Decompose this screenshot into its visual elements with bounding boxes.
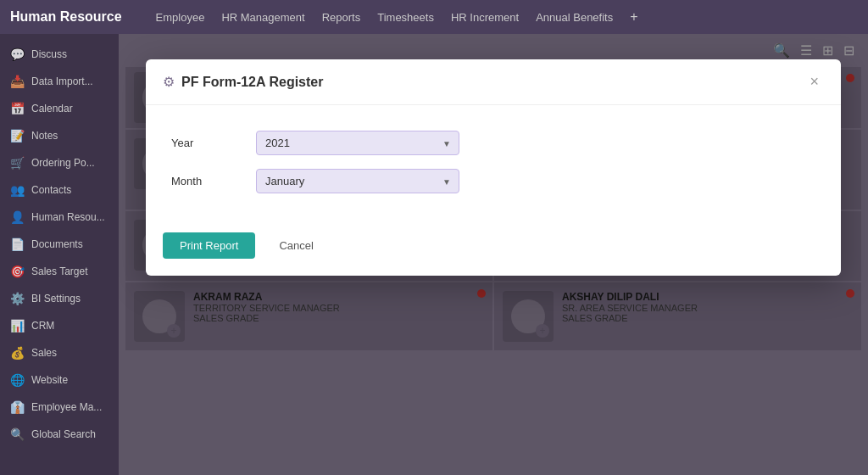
sidebar-item-ordering-po[interactable]: 🛒 Ordering Po... [0,149,119,176]
documents-icon: 📄 [10,238,25,251]
month-form-row: Month January February March April May J… [171,169,815,193]
sidebar-item-sales[interactable]: 💰 Sales [0,339,119,366]
sidebar-label-human-resource: Human Resou... [31,211,105,223]
data-import-icon: 📥 [10,75,25,88]
sidebar-item-website[interactable]: 🌐 Website [0,366,119,394]
sidebar-item-discuss[interactable]: 💬 Discuss [0,41,119,68]
bi-settings-icon: ⚙️ [10,292,25,305]
sidebar-label-bi-settings: BI Settings [31,293,81,305]
content-area: 🔍 ☰ ⊞ ⊟ full time KOLKATA [119,34,868,475]
modal-close-button[interactable]: × [804,71,824,92]
nav-annual-benefits[interactable]: Annual Benefits [536,11,613,24]
sidebar-label-contacts: Contacts [31,184,71,196]
sidebar-label-documents: Documents [31,238,83,250]
year-select[interactable]: 2019 2020 2021 2022 2023 [256,131,459,155]
app-title: Human Resource [10,9,122,25]
modal-title: PF Form-12A Register [181,75,323,90]
sidebar-label-notes: Notes [31,130,58,142]
nav-hr-increment[interactable]: HR Increment [451,11,519,24]
top-navigation: Human Resource Employee HR Management Re… [0,0,868,34]
website-icon: 🌐 [10,373,25,387]
modal-title-area: ⚙ PF Form-12A Register [163,74,323,90]
global-search-icon: 🔍 [10,428,25,441]
discuss-icon: 💬 [10,48,25,61]
employee-ma-icon: 👔 [10,400,25,414]
modal-body: Year 2019 2020 2021 2022 2023 [146,105,841,224]
sidebar-item-bi-settings[interactable]: ⚙️ BI Settings [0,285,119,312]
add-menu-button[interactable]: + [630,9,637,25]
sidebar-item-sales-target[interactable]: 🎯 Sales Target [0,258,119,285]
year-label: Year [171,137,239,149]
sidebar-item-human-resource[interactable]: 👤 Human Resou... [0,204,119,231]
sidebar-label-sales: Sales [31,347,57,359]
nav-reports[interactable]: Reports [322,11,361,24]
sidebar-label-website: Website [31,374,68,386]
sidebar-label-ordering-po: Ordering Po... [31,157,95,169]
sales-icon: 💰 [10,346,25,360]
sidebar-label-discuss: Discuss [31,48,67,60]
sidebar-item-documents[interactable]: 📄 Documents [0,231,119,258]
print-report-button[interactable]: Print Report [163,232,255,259]
human-resource-icon: 👤 [10,210,25,224]
modal-header: ⚙ PF Form-12A Register × [146,59,841,105]
calendar-icon: 📅 [10,102,25,115]
sidebar-label-global-search: Global Search [31,428,96,440]
notes-icon: 📝 [10,129,25,142]
month-label: Month [171,175,239,187]
sidebar-label-employee-ma: Employee Ma... [31,401,102,413]
main-layout: 💬 Discuss 📥 Data Import... 📅 Calendar 📝 … [0,34,868,475]
ordering-po-icon: 🛒 [10,156,25,170]
sidebar-item-contacts[interactable]: 👥 Contacts [0,176,119,204]
cancel-button[interactable]: Cancel [265,232,326,259]
pf-form-modal: ⚙ PF Form-12A Register × Year 2019 2020 … [146,59,841,276]
sidebar-label-crm: CRM [31,320,54,332]
modal-overlay: ⚙ PF Form-12A Register × Year 2019 2020 … [119,34,868,475]
month-select[interactable]: January February March April May June Ju… [256,169,459,193]
sidebar-item-crm[interactable]: 📊 CRM [0,312,119,339]
year-select-wrapper: 2019 2020 2021 2022 2023 [256,131,459,155]
contacts-icon: 👥 [10,183,25,197]
sidebar-label-data-import: Data Import... [31,75,93,87]
sales-target-icon: 🎯 [10,265,25,278]
sidebar: 💬 Discuss 📥 Data Import... 📅 Calendar 📝 … [0,34,119,475]
settings-icon: ⚙ [163,74,175,90]
sidebar-item-global-search[interactable]: 🔍 Global Search [0,421,119,448]
modal-footer: Print Report Cancel [146,224,841,276]
nav-employee[interactable]: Employee [156,11,205,24]
sidebar-label-sales-target: Sales Target [31,265,88,277]
sidebar-item-calendar[interactable]: 📅 Calendar [0,95,119,122]
sidebar-item-employee-ma[interactable]: 👔 Employee Ma... [0,394,119,421]
sidebar-item-notes[interactable]: 📝 Notes [0,122,119,149]
month-select-wrapper: January February March April May June Ju… [256,169,459,193]
nav-timesheets[interactable]: Timesheets [377,11,434,24]
year-form-row: Year 2019 2020 2021 2022 2023 [171,131,815,155]
sidebar-item-data-import[interactable]: 📥 Data Import... [0,68,119,95]
sidebar-label-calendar: Calendar [31,103,73,115]
crm-icon: 📊 [10,319,25,332]
nav-hr-management[interactable]: HR Management [221,11,304,24]
